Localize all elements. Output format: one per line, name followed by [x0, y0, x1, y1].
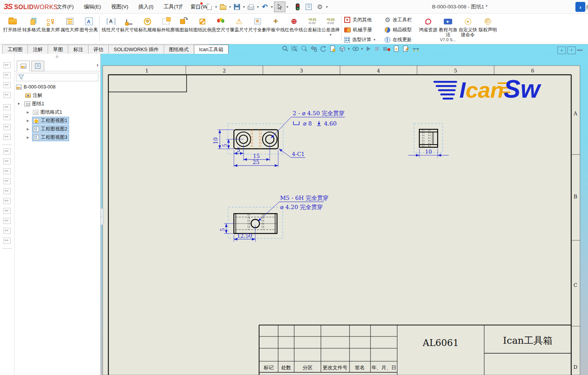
undo-button[interactable]: ↶: [260, 2, 270, 12]
dim-length-25[interactable]: 25: [253, 159, 259, 165]
cbore-dia-text[interactable]: ⌀ 8: [303, 120, 312, 127]
pin-menubar-icon[interactable]: [178, 3, 185, 11]
stop-icon[interactable]: [374, 45, 380, 52]
undo-caret[interactable]: ▾: [271, 5, 273, 9]
collapse-caret[interactable]: ▶: [26, 119, 30, 122]
menu-edit[interactable]: 编辑(E): [80, 0, 105, 14]
ribbon-outline-dim[interactable]: 标外轮廓: [156, 15, 175, 32]
dim-half-5[interactable]: 5: [222, 144, 228, 147]
strip-tool-icon[interactable]: [3, 92, 11, 98]
home-button[interactable]: ⌂: [193, 2, 203, 12]
display-style-caret[interactable]: ▾: [361, 47, 363, 51]
dim-center-1250[interactable]: 12.50: [237, 233, 252, 239]
ribbon-dangling-dims[interactable]: 悬空尺寸: [211, 15, 230, 32]
ribbon-tolerance-note[interactable]: +0.01-0.02公差标注: [303, 15, 322, 32]
strip-tool-icon[interactable]: [3, 238, 11, 244]
tab-sheet-format[interactable]: 图纸格式: [164, 45, 194, 54]
strip-tool-icon[interactable]: [3, 148, 11, 155]
ribbon-selection-calc[interactable]: 选型计算▾: [344, 35, 375, 45]
minimize-pane-button[interactable]: [577, 50, 583, 51]
ribbon-red-centerline[interactable]: ⊕红色中线: [285, 15, 303, 32]
ribbon-override-dims[interactable]: ⚠覆盖尺寸: [230, 15, 248, 32]
options-caret[interactable]: ▾: [326, 5, 328, 9]
ribbon-batch-master[interactable]: +批量大师: [41, 15, 60, 32]
strip-tool-icon[interactable]: [3, 178, 11, 184]
tab-markup[interactable]: 标注: [68, 45, 89, 54]
tree-annotations[interactable]: A注解: [14, 91, 101, 100]
strip-tool-icon[interactable]: [3, 82, 11, 88]
ribbon-flat-centerline[interactable]: +平板中线: [266, 15, 285, 32]
tab-feature-tree[interactable]: [17, 61, 30, 71]
ribbon-convert-formats[interactable]: 转多格式: [22, 15, 41, 32]
strip-tool-icon[interactable]: [3, 134, 11, 140]
ribbon-open-path[interactable]: 打开路径: [3, 15, 22, 32]
cbore-depth-text[interactable]: 4.60: [324, 120, 337, 127]
redraw-icon[interactable]: [319, 45, 327, 53]
panel-flyout-chevron[interactable]: ›: [97, 61, 98, 68]
view-orientation-caret[interactable]: ▾: [348, 47, 350, 51]
tb-material[interactable]: AL6061: [422, 338, 459, 348]
ribbon-sheet-scale[interactable]: 图纸比例: [193, 15, 212, 32]
tree-drawing-view2[interactable]: ▶工程图视图2: [14, 125, 101, 133]
strip-tool-icon[interactable]: [3, 104, 11, 110]
tree-sheet1[interactable]: ▼图纸1: [14, 100, 101, 108]
collapse-caret[interactable]: ▶: [26, 136, 30, 139]
ribbon-copyright[interactable]: ©版权声明: [478, 15, 498, 32]
open-caret[interactable]: ▾: [229, 5, 231, 9]
thread-callout-line2[interactable]: ⌀ 4.20 完全贯穿: [280, 204, 323, 211]
tree-drawing-view1[interactable]: ▶工程图视图1: [14, 116, 101, 125]
strip-tool-icon[interactable]: [3, 72, 11, 78]
tree-filter-bar[interactable]: [16, 73, 98, 81]
collapse-down-button[interactable]: ▼: [567, 47, 576, 54]
strip-tool-icon[interactable]: [3, 114, 11, 120]
ribbon-edit-toolbar[interactable]: ⚙改工具栏: [385, 15, 412, 25]
run-macro-icon[interactable]: [393, 45, 400, 53]
strip-tool-icon[interactable]: [3, 218, 11, 224]
strip-tool-icon[interactable]: [3, 62, 11, 68]
tab-property-manager[interactable]: ☰: [31, 61, 44, 71]
strip-tool-icon[interactable]: [3, 228, 11, 234]
graphics-viewport[interactable]: 1 2 3 4 5 6 A B C D: [101, 44, 588, 375]
magnify-icon[interactable]: [300, 45, 308, 53]
expand-caret[interactable]: ▼: [17, 102, 21, 106]
options-button[interactable]: ⚙: [315, 2, 325, 12]
panel-splitter-handle[interactable]: [56, 55, 58, 58]
tab-evaluate[interactable]: 评估: [88, 45, 109, 54]
tab-sketch[interactable]: 草图: [48, 45, 68, 54]
file-properties-button[interactable]: ☰: [304, 2, 314, 12]
chamfer-note[interactable]: 4-C1: [292, 151, 304, 157]
print-button[interactable]: [246, 2, 256, 12]
ribbon-hole-spec[interactable]: Φ标孔规格: [138, 15, 157, 32]
select-tool-button[interactable]: [274, 2, 285, 12]
ribbon-custom-shortcuts[interactable]: ★自定义快捷命令: [458, 15, 478, 37]
rebuild-button[interactable]: [293, 2, 303, 12]
ribbon-linear-dim[interactable]: A线性尺寸: [101, 15, 120, 32]
dimension-palette-icon[interactable]: [412, 45, 420, 52]
strip-tool-icon[interactable]: [3, 168, 11, 174]
menu-file[interactable]: 文件(F): [53, 0, 78, 14]
hole-callout-text[interactable]: 2 - ⌀ 4.50 完全贯穿: [293, 110, 345, 117]
search-button[interactable]: ›: [575, 2, 585, 12]
dim-width-10[interactable]: 10: [425, 149, 432, 155]
tree-root[interactable]: B-000-003-008: [14, 83, 101, 91]
menu-view[interactable]: 视图(V): [107, 0, 132, 14]
pause-record-icon[interactable]: [382, 45, 391, 52]
panel-collapse-handle[interactable]: ‹: [101, 208, 104, 225]
select-caret[interactable]: ▾: [287, 5, 288, 9]
ribbon-mech-manual[interactable]: 机械手册: [344, 25, 375, 35]
dim-half-5[interactable]: 5: [219, 228, 226, 232]
ribbon-property-master[interactable]: 属性大师: [60, 15, 79, 32]
dim-edge-5[interactable]: 5: [237, 147, 240, 153]
collapse-caret[interactable]: ▶: [26, 127, 30, 131]
previous-view-icon[interactable]: [310, 45, 317, 53]
selection-calc-caret[interactable]: ▾: [374, 38, 375, 42]
strip-tool-icon[interactable]: [3, 198, 11, 204]
zoom-area-icon[interactable]: [291, 45, 298, 53]
ribbon-delete-all-dims[interactable]: ×尺寸全删: [248, 15, 267, 32]
new-caret[interactable]: ▾: [215, 5, 217, 9]
zoom-fit-icon[interactable]: [281, 45, 289, 53]
dim-height-10[interactable]: 10: [213, 137, 219, 144]
tab-drawing[interactable]: 工程图: [2, 45, 28, 54]
strip-tool-icon[interactable]: [3, 188, 11, 194]
open-button[interactable]: [218, 2, 228, 12]
